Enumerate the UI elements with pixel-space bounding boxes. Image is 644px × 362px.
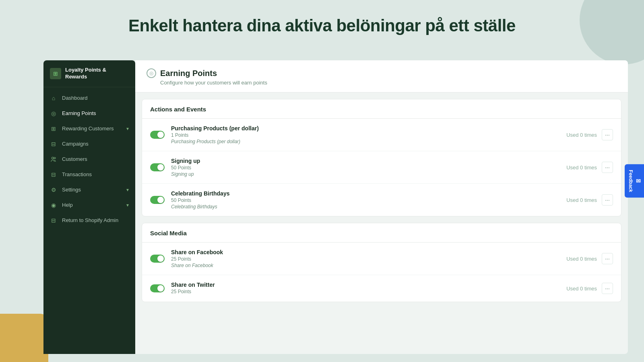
sidebar-item-transactions[interactable]: ⊟ Transactions <box>43 167 135 182</box>
brand-icon-symbol: ⊞ <box>53 70 58 77</box>
sidebar-item-label: Rewarding Customers <box>62 125 122 132</box>
sidebar-item-label: Settings <box>62 187 122 193</box>
svg-point-0 <box>52 157 54 159</box>
purchasing-points: 1 Points <box>171 132 560 138</box>
campaigns-icon: ⊟ <box>50 140 57 148</box>
signingup-info: Signing up 50 Points Signing up <box>171 158 560 177</box>
page-header: Enkelt hantera dina aktiva belöningar på… <box>0 0 644 47</box>
chevron-down-icon: ▾ <box>126 202 129 208</box>
table-row: Celebrating Birthdays 50 Points Celebrat… <box>142 184 621 216</box>
birthdays-points: 50 Points <box>171 197 560 203</box>
facebook-desc: Share on Facebook <box>171 263 560 268</box>
sidebar-item-label: Return to Shopify Admin <box>62 217 129 223</box>
sidebar-item-campaigns[interactable]: ⊟ Campaigns <box>43 136 135 152</box>
purchasing-desc: Purchasing Products (per dollar) <box>171 139 560 144</box>
twitter-meta: Used 0 times ··· <box>566 283 613 294</box>
twitter-name: Share on Twitter <box>171 282 560 288</box>
purchasing-toggle[interactable] <box>150 131 165 139</box>
main-layout: ⊞ Loyalty Points & Rewards ⌂ Dashboard ◎… <box>43 60 628 354</box>
social-media-title: Social Media <box>142 223 621 243</box>
content-title: Earning Points <box>160 69 217 78</box>
sidebar-item-label: Campaigns <box>62 141 129 147</box>
twitter-used-times: Used 0 times <box>566 286 597 292</box>
signingup-meta: Used 0 times ··· <box>566 162 613 173</box>
content-header: ◎ Earning Points Configure how your cust… <box>135 60 628 93</box>
sidebar-item-customers[interactable]: Customers <box>43 152 135 167</box>
twitter-toggle[interactable] <box>150 284 165 292</box>
earning-points-icon: ◎ <box>50 110 57 117</box>
earning-points-header-icon: ◎ <box>147 68 156 78</box>
svg-point-1 <box>54 157 56 159</box>
brand-name: Loyalty Points & Rewards <box>65 67 129 80</box>
feedback-icon: ✉ <box>636 178 641 184</box>
table-row: Share on Twitter 25 Points Used 0 times … <box>142 275 621 302</box>
settings-icon: ⚙ <box>50 186 57 193</box>
birthdays-used-times: Used 0 times <box>566 197 597 203</box>
birthdays-desc: Celebrating Birthdays <box>171 204 560 210</box>
purchasing-meta: Used 0 times ··· <box>566 129 613 140</box>
sidebar-item-return-shopify[interactable]: ⊟ Return to Shopify Admin <box>43 213 135 228</box>
sidebar-item-label: Transactions <box>62 171 129 177</box>
content-title-row: ◎ Earning Points <box>147 68 617 78</box>
facebook-info: Share on Facebook 25 Points Share on Fac… <box>171 249 560 268</box>
signingup-points: 50 Points <box>171 165 560 171</box>
birthdays-more-button[interactable]: ··· <box>602 194 613 206</box>
content-subtitle: Configure how your customers will earn p… <box>147 80 617 86</box>
table-row: Signing up 50 Points Signing up Used 0 t… <box>142 151 621 184</box>
chevron-down-icon: ▾ <box>126 126 129 132</box>
sidebar-item-label: Dashboard <box>62 95 129 101</box>
twitter-info: Share on Twitter 25 Points <box>171 282 560 295</box>
facebook-name: Share on Facebook <box>171 249 560 255</box>
table-row: Purchasing Products (per dollar) 1 Point… <box>142 119 621 151</box>
sidebar-item-label: Help <box>62 202 122 208</box>
dashboard-icon: ⌂ <box>50 95 57 102</box>
sidebar: ⊞ Loyalty Points & Rewards ⌂ Dashboard ◎… <box>43 60 135 354</box>
purchasing-name: Purchasing Products (per dollar) <box>171 125 560 132</box>
twitter-more-button[interactable]: ··· <box>602 283 613 294</box>
feedback-label: Feedback <box>628 170 634 192</box>
rewarding-customers-icon: ⊞ <box>50 125 57 132</box>
facebook-toggle[interactable] <box>150 255 165 263</box>
help-icon: ◉ <box>50 202 57 209</box>
sidebar-brand: ⊞ Loyalty Points & Rewards <box>43 60 135 87</box>
purchasing-more-button[interactable]: ··· <box>602 129 613 140</box>
table-row: Share on Facebook 25 Points Share on Fac… <box>142 243 621 275</box>
facebook-points: 25 Points <box>171 256 560 262</box>
facebook-more-button[interactable]: ··· <box>602 253 613 264</box>
sidebar-item-dashboard[interactable]: ⌂ Dashboard <box>43 90 135 106</box>
chevron-down-icon: ▾ <box>126 187 129 193</box>
signingup-name: Signing up <box>171 158 560 164</box>
social-media-card: Social Media Share on Facebook 25 Points… <box>142 223 621 302</box>
birthdays-name: Celebrating Birthdays <box>171 190 560 197</box>
signingup-desc: Signing up <box>171 171 560 177</box>
purchasing-info: Purchasing Products (per dollar) 1 Point… <box>171 125 560 144</box>
signingup-toggle[interactable] <box>150 163 165 171</box>
signingup-used-times: Used 0 times <box>566 165 597 171</box>
sidebar-item-earning-points[interactable]: ◎ Earning Points <box>43 106 135 121</box>
transactions-icon: ⊟ <box>50 171 57 178</box>
bg-triangle-decoration <box>0 314 48 362</box>
return-shopify-icon: ⊟ <box>50 217 57 224</box>
sidebar-item-rewarding-customers[interactable]: ⊞ Rewarding Customers ▾ <box>43 121 135 136</box>
facebook-meta: Used 0 times ··· <box>566 253 613 264</box>
purchasing-used-times: Used 0 times <box>566 132 597 138</box>
sidebar-item-label: Customers <box>62 156 129 162</box>
birthdays-info: Celebrating Birthdays 50 Points Celebrat… <box>171 190 560 210</box>
birthdays-meta: Used 0 times ··· <box>566 194 613 206</box>
brand-icon: ⊞ <box>50 68 61 79</box>
birthdays-toggle[interactable] <box>150 196 165 204</box>
feedback-tab[interactable]: ✉ Feedback <box>625 164 644 197</box>
actions-events-title: Actions and Events <box>142 99 621 119</box>
sidebar-item-label: Earning Points <box>62 110 129 116</box>
signingup-more-button[interactable]: ··· <box>602 162 613 173</box>
actions-events-card: Actions and Events Purchasing Products (… <box>142 99 621 216</box>
page-headline: Enkelt hantera dina aktiva belöningar på… <box>0 16 644 35</box>
sidebar-item-help[interactable]: ◉ Help ▾ <box>43 197 135 213</box>
main-content: ◎ Earning Points Configure how your cust… <box>135 60 628 354</box>
facebook-used-times: Used 0 times <box>566 256 597 262</box>
sidebar-nav: ⌂ Dashboard ◎ Earning Points ⊞ Rewarding… <box>43 87 135 231</box>
customers-icon <box>50 156 57 163</box>
twitter-points: 25 Points <box>171 289 560 294</box>
sidebar-item-settings[interactable]: ⚙ Settings ▾ <box>43 182 135 197</box>
